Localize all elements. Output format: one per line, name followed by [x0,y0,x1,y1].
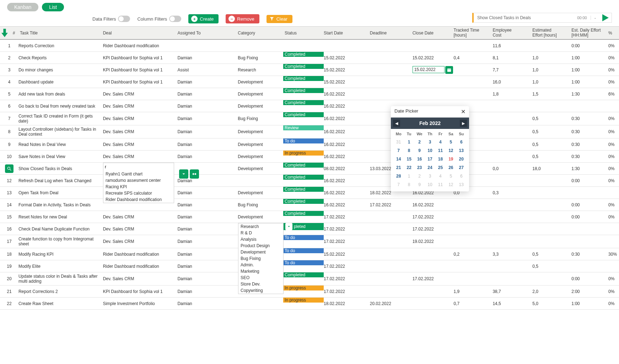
cell-status[interactable]: Completed [283,199,324,204]
calendar-day[interactable]: 9 [415,181,424,189]
cell-start-date[interactable]: 16.02.2022 [324,116,370,121]
cell-estimated[interactable]: 0,5 [532,154,571,159]
calendar-day[interactable]: 14 [394,155,403,163]
calendar-day[interactable]: 4 [436,172,445,180]
cell-deal[interactable]: KPI Dashboard for Sophia vol 1 [103,289,178,294]
table-row[interactable]: 19Modify EliteRider Dashboard modificati… [0,260,619,272]
cell-title[interactable]: Layout Controlloer (sidebars) for Tasks … [18,125,103,138]
cell-estimated[interactable]: 0,5 [532,116,571,121]
remove-button[interactable]: − Remove [226,14,259,23]
header-deadline[interactable]: Deadline [370,31,413,36]
cell-title[interactable]: Modify Elite [18,262,103,270]
cell-daily-effort[interactable]: 0:30 [571,116,608,121]
deal-suggestion[interactable]: Rider Dashboard modification [103,196,174,203]
cell-pct[interactable]: 0% [608,142,619,147]
table-row[interactable]: 9Read Notes in Deal ViewDev. Sales CRMDa… [0,138,619,151]
cell-deal[interactable]: Dev. Sales CRM [103,227,178,232]
table-row[interactable]: 15Reset Notes for new DealDev. Sales CRM… [0,211,619,223]
calendar-day[interactable]: 28 [394,172,403,180]
category-option[interactable]: Store Dev. [238,281,283,287]
cell-daily-effort[interactable]: 0:30 [571,252,608,257]
cell-employee-cost[interactable]: 16,0 [492,80,532,85]
deal-suggestion[interactable]: Ryahn1 Gantt chart [103,171,174,177]
cell-status[interactable]: In progress [283,151,324,156]
header-deal[interactable]: Deal [103,31,178,36]
cell-assigned[interactable]: Damian [177,92,238,97]
calendar-day[interactable]: 3 [425,172,435,180]
cell-deal[interactable]: Dev. Sales CRM [103,92,178,97]
cell-deal[interactable]: Dev. Sales CRM [103,214,178,219]
calendar-day[interactable]: 26 [446,164,456,172]
cell-pct[interactable]: 0% [608,202,619,207]
table-row[interactable]: 17Create function to copy from Integroma… [0,235,619,248]
create-button[interactable]: + Create [188,14,219,23]
table-row[interactable]: 3Do minor changesKPI Dashboard for Sophi… [0,64,619,76]
header-employee[interactable]: EmployeeCost [492,28,532,37]
cell-assigned[interactable]: Damian [177,301,238,306]
cell-status[interactable]: Completed [283,112,324,117]
cell-assigned[interactable]: Damian [177,289,238,294]
cell-start-date[interactable]: 15.02.2022 [324,80,370,85]
cell-status[interactable]: Completed [283,163,324,168]
table-row[interactable]: 12Refresh Deal Log when Task ChangedDami… [0,175,619,187]
cell-status[interactable]: Completed [283,211,324,216]
cell-daily-effort[interactable]: 0:00 [571,178,608,183]
table-row[interactable]: 20Update status color in Deals & Tasks a… [0,272,619,286]
cell-title[interactable]: Format Date in Activity, Tasks in Deals [18,201,103,209]
cell-close-date[interactable]: 17.02.2022 [413,214,454,219]
cell-estimated[interactable]: 5,0 [532,301,571,306]
cell-deal[interactable]: Dev. Sales CRM [103,116,178,121]
header-hash[interactable]: # [9,31,18,36]
cell-title[interactable]: Correct Task ID created in Form (it gets… [18,112,103,125]
cell-assigned[interactable]: Damian [177,190,238,195]
cell-status[interactable]: To do [283,235,324,240]
cell-employee-cost[interactable]: 14,5 [492,301,532,306]
cell-employee-cost[interactable]: 3,3 [492,252,532,257]
cell-category[interactable]: Development [238,214,283,219]
cell-start-date[interactable]: 16.02.2022 [324,178,370,183]
cell-tracked[interactable]: 1,9 [454,289,493,294]
cell-title[interactable]: Show Closed Tasks in Deals [18,165,103,173]
calendar-day[interactable]: 4 [436,138,445,146]
header-title[interactable]: Task Title [18,31,103,36]
table-row[interactable]: 13Open Task from DealDamianDevelopmentCo… [0,187,619,199]
cell-pct[interactable]: 0% [608,116,619,121]
dropdown-icon[interactable] [285,223,292,230]
cell-deal[interactable]: Dev. Sales CRM [103,129,178,134]
table-row[interactable]: 10Save Notes in Deal ViewDev. Sales CRMD… [0,151,619,163]
cell-title[interactable]: Save Notes in Deal View [18,153,103,161]
calendar-day[interactable]: 24 [425,164,435,172]
cell-estimated[interactable]: 2,0 [532,289,571,294]
next-month-icon[interactable]: ▶ [460,120,467,127]
cell-title[interactable]: Create Raw Sheet [18,300,103,308]
header-pct[interactable]: % [608,31,619,36]
cell-status[interactable]: To do [283,260,324,265]
cell-status[interactable]: In progress [283,298,324,303]
calendar-day[interactable]: 21 [394,164,403,172]
header-start[interactable]: Start Date [324,31,370,36]
cell-daily-effort[interactable]: 0:00 [571,43,608,48]
cell-start-date[interactable]: 17.02.2022 [324,214,370,219]
cell-tracked[interactable]: 0,7 [454,301,493,306]
cell-assigned[interactable]: Damian [177,55,238,60]
cell-title[interactable]: Reset Notes for new Deal [18,213,103,221]
cell-estimated[interactable]: 1,0 [532,80,571,85]
cell-start-date[interactable]: 16.02.2022 [324,129,370,134]
calendar-day[interactable]: 27 [457,164,466,172]
cell-daily-effort[interactable]: 1:00 [571,67,608,72]
calendar-day[interactable]: 10 [425,147,435,154]
cell-estimated[interactable]: 0,5 [532,252,571,257]
header-daily[interactable]: Est. Daily Effort[HH:MM] [571,28,608,37]
header-assigned[interactable]: Assigned To [177,31,238,36]
calendar-day[interactable]: 2 [415,172,424,180]
cell-category[interactable]: Development [238,92,283,97]
category-option[interactable]: Analysis [238,236,283,243]
cell-category[interactable]: Research [238,67,283,72]
category-option[interactable]: Research [238,223,283,230]
calendar-day[interactable]: 5 [446,138,456,146]
close-icon[interactable]: ✕ [461,108,465,115]
cell-status[interactable]: Completed [283,88,324,93]
cell-tracked[interactable]: 0,4 [454,55,493,60]
cell-category[interactable]: Development [238,129,283,134]
cell-title[interactable]: Read Notes in Deal View [18,141,103,148]
